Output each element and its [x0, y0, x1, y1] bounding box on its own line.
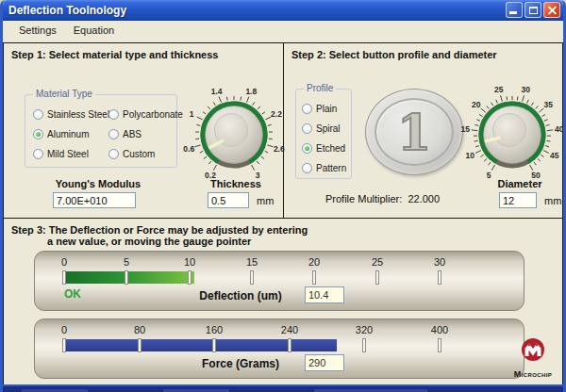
svg-text:45: 45: [550, 151, 559, 160]
gauge-tick-label: 0: [45, 324, 83, 335]
radio-plain[interactable]: Plain: [302, 99, 351, 119]
diameter-label: Diameter: [486, 178, 554, 189]
force-label: Force (Grams): [156, 357, 325, 370]
gauge-tick-label: 160: [195, 324, 233, 335]
svg-text:30: 30: [522, 85, 531, 94]
gauge-tick: [62, 338, 66, 352]
deflection-gauge[interactable]: 051015202530OKDeflection (um): [34, 251, 524, 311]
diameter-input[interactable]: [499, 192, 537, 208]
deflection-value-input[interactable]: [305, 286, 344, 303]
taskbar-strip: [3, 384, 563, 392]
radio-label: Custom: [123, 149, 155, 159]
radio-icon: [302, 143, 312, 154]
radio-icon: [302, 104, 312, 114]
youngs-modulus-input[interactable]: [53, 192, 136, 208]
menu-equation[interactable]: Equation: [65, 23, 123, 38]
deflection-label: Deflection (um): [156, 289, 325, 302]
profile-multiplier-label: Profile Multiplier:: [325, 193, 402, 204]
svg-text:2.2: 2.2: [271, 109, 282, 119]
svg-text:1.4: 1.4: [211, 87, 223, 96]
gauge-tick-label: 320: [345, 324, 383, 335]
radio-abs[interactable]: ABS: [108, 124, 183, 144]
radio-stainless-steel[interactable]: Stainless Steel: [33, 105, 108, 124]
radio-label: ABS: [123, 129, 142, 139]
gauge-tick: [438, 270, 441, 285]
radio-label: Mild Steel: [47, 149, 89, 159]
radio-label: Aluminum: [47, 129, 89, 139]
deflection-gauge-bar[interactable]: [64, 271, 194, 284]
gauge-tick: [138, 338, 142, 352]
gauge-tick-label: 15: [233, 256, 271, 268]
youngs-modulus-label: Young's Modulus: [42, 178, 155, 189]
gauge-tick: [375, 270, 379, 285]
gauge-tick-label: 80: [121, 324, 158, 335]
gauge-tick: [312, 270, 316, 285]
profile-group: Profile PlainSpiralEtchedPattern: [295, 89, 352, 179]
client-area: Step 1: Select material type and thickne…: [3, 40, 563, 384]
radio-icon: [302, 163, 312, 173]
maximize-icon: [529, 7, 538, 14]
step1-heading: Step 1: Select material type and thickne…: [11, 49, 218, 60]
material-type-caption: Material Type: [33, 89, 95, 99]
svg-text:1: 1: [190, 109, 194, 119]
gauge-tick: [362, 338, 366, 352]
brand-block: Microchip: [503, 337, 563, 379]
coin-numeral: 1: [366, 90, 462, 174]
close-button[interactable]: [543, 2, 560, 18]
radio-label: Stainless Steel: [47, 109, 109, 120]
step3-heading-line1: Step 3: The Deflection or Force may be a…: [11, 224, 308, 236]
svg-text:20: 20: [472, 100, 481, 109]
material-type-group: Material Type Stainless SteelAluminumMil…: [25, 94, 177, 168]
svg-text:35: 35: [544, 100, 554, 109]
thickness-knob[interactable]: 0.20.611.41.82.22.63: [185, 80, 283, 189]
thickness-unit: mm: [257, 195, 274, 206]
radio-icon: [33, 129, 43, 139]
radio-aluminum[interactable]: Aluminum: [33, 124, 108, 144]
menu-bar: Settings Equation: [3, 21, 563, 40]
diameter-knob[interactable]: 5101520253035404550: [463, 80, 561, 189]
gauge-tick: [288, 338, 291, 352]
maximize-button[interactable]: [524, 2, 541, 18]
step2-panel: Step 2: Select button profile and diamet…: [284, 43, 562, 218]
radio-label: Polycarbonate: [123, 109, 183, 120]
microchip-logo-icon: [517, 337, 549, 366]
svg-text:10: 10: [466, 151, 475, 160]
window-title: Deflection Toolnology: [3, 4, 126, 17]
button-preview: 1: [365, 89, 463, 175]
force-gauge-bar[interactable]: [64, 339, 337, 351]
gauge-tick-label: 0: [45, 256, 83, 268]
force-gauge[interactable]: 080160240320400Force (Grams): [34, 318, 524, 379]
app-window: Deflection Toolnology Settings Equation …: [0, 0, 566, 392]
gauge-tick: [250, 270, 254, 285]
step1-panel: Step 1: Select material type and thickne…: [4, 43, 284, 218]
radio-polycarbonate[interactable]: Polycarbonate: [108, 105, 183, 124]
radio-custom[interactable]: Custom: [108, 144, 183, 164]
diameter-unit: mm: [544, 195, 561, 206]
radio-spiral[interactable]: Spiral: [302, 119, 351, 139]
radio-mild-steel[interactable]: Mild Steel: [33, 144, 108, 164]
gauge-tick-label: 240: [271, 324, 308, 335]
gauge-tick: [438, 338, 441, 352]
svg-text:1.8: 1.8: [245, 87, 257, 96]
titlebar[interactable]: Deflection Toolnology: [3, 0, 563, 21]
menu-settings[interactable]: Settings: [10, 23, 65, 38]
gauge-tick-label: 25: [358, 256, 396, 268]
gauge-tick-label: 10: [171, 256, 208, 268]
profile-multiplier-value: 22.000: [408, 193, 440, 204]
step2-heading: Step 2: Select button profile and diamet…: [291, 49, 497, 60]
svg-text:0.6: 0.6: [183, 144, 194, 154]
radio-etched[interactable]: Etched: [302, 139, 351, 158]
radio-icon: [108, 149, 119, 159]
radio-label: Spiral: [316, 123, 341, 134]
radio-pattern[interactable]: Pattern: [302, 158, 351, 178]
svg-text:25: 25: [494, 85, 504, 94]
radio-icon: [33, 149, 43, 159]
thickness-label: Thickness: [189, 178, 283, 189]
minimize-button[interactable]: [506, 2, 523, 18]
svg-text:40: 40: [555, 124, 564, 134]
gauge-tick: [188, 270, 191, 285]
force-value-input[interactable]: [305, 354, 344, 371]
radio-icon: [108, 129, 119, 139]
brand-name: Microchip: [503, 369, 563, 379]
thickness-input[interactable]: [208, 192, 249, 208]
